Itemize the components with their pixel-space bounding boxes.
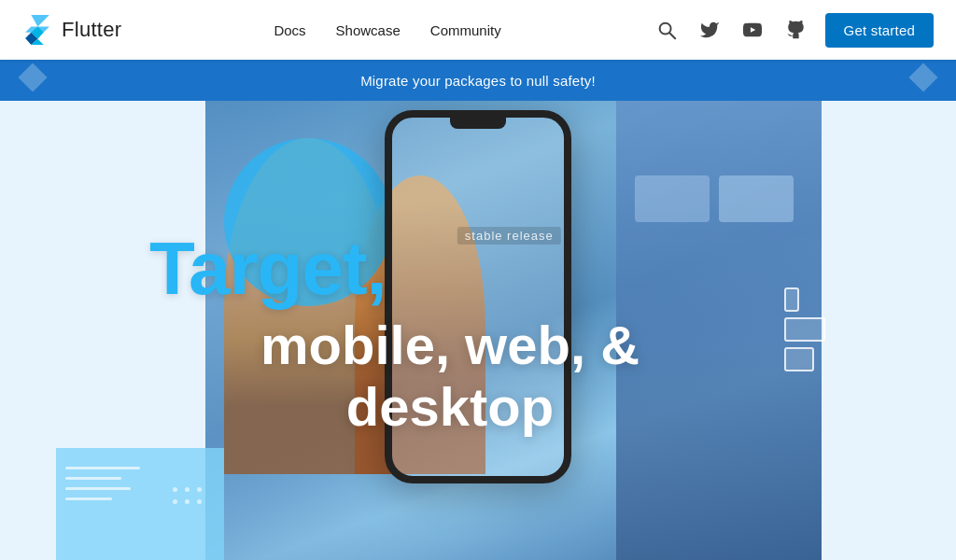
hero-blue-circle [224, 138, 392, 306]
dot-row-2 [173, 499, 202, 504]
brand-name: Flutter [62, 18, 121, 42]
line-1 [65, 467, 140, 469]
hero-blue-rect-left [56, 448, 224, 560]
github-icon [785, 20, 806, 40]
line-4 [65, 497, 112, 500]
banner-message[interactable]: Migrate your packages to null safety! [360, 73, 596, 89]
dot [185, 487, 190, 492]
dot [197, 487, 202, 492]
train-window-2 [635, 175, 710, 222]
nav-docs[interactable]: Docs [274, 22, 305, 38]
youtube-icon [741, 20, 764, 40]
search-button[interactable] [654, 17, 680, 43]
phone-notch [450, 118, 506, 129]
nav-community[interactable]: Community [430, 22, 501, 38]
search-icon [656, 20, 677, 40]
dot [173, 499, 177, 504]
dot-row-1 [173, 487, 202, 492]
brand-area: Flutter [22, 15, 121, 45]
nav-showcase[interactable]: Showcase [336, 22, 401, 38]
twitter-button[interactable] [696, 17, 723, 43]
youtube-button[interactable] [739, 17, 766, 43]
dot [173, 487, 177, 492]
banner-prev-arrow[interactable] [22, 67, 43, 93]
device-icon-row-1 [784, 287, 825, 312]
banner-next-arrow[interactable] [913, 67, 934, 93]
decorative-dots [173, 487, 202, 504]
device-icon-row-2 [784, 317, 825, 342]
announcement-banner: Migrate your packages to null safety! [0, 60, 956, 101]
flutter-logo-icon [22, 15, 52, 45]
dot [197, 499, 202, 504]
twitter-icon [699, 20, 720, 40]
train-window-1 [719, 175, 794, 222]
svg-line-6 [669, 33, 675, 38]
navbar: Flutter Docs Showcase Community [0, 0, 956, 60]
phone-mockup [385, 110, 571, 483]
navbar-actions: Get started [654, 13, 934, 48]
diamond-right-icon [908, 63, 937, 91]
line-2 [65, 477, 121, 480]
tablet-icon-box [784, 347, 814, 371]
desktop-icon-box [784, 317, 825, 342]
svg-marker-0 [31, 15, 49, 26]
line-3 [65, 487, 131, 490]
diamond-left-icon [18, 63, 47, 91]
nav-links: Docs Showcase Community [274, 22, 500, 38]
device-icon-row-3 [784, 347, 825, 371]
hero-section: Target, stable release mobile, web, & de… [0, 101, 956, 560]
dot [185, 499, 190, 504]
mobile-icon-box [784, 287, 799, 312]
github-button[interactable] [782, 17, 808, 43]
device-icons-group [784, 287, 825, 371]
get-started-button[interactable]: Get started [825, 13, 934, 48]
